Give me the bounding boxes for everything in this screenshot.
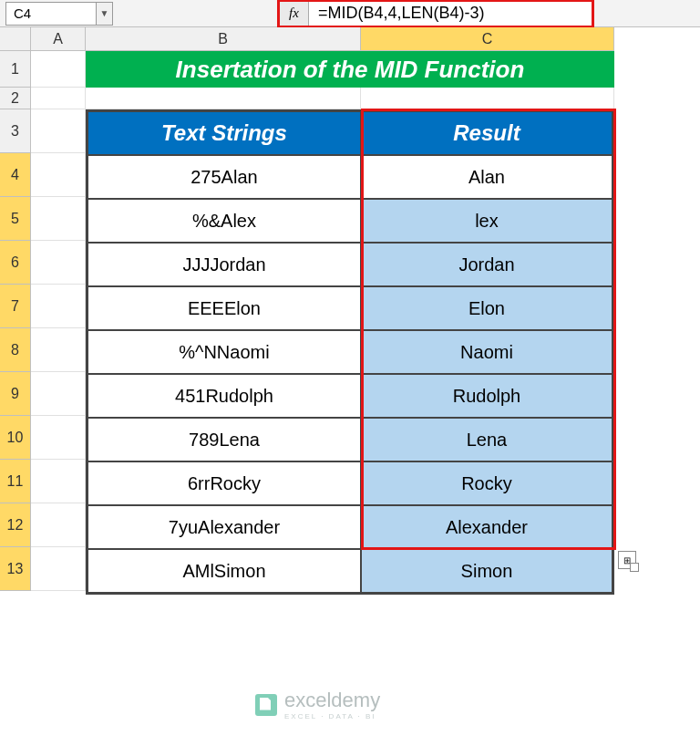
cell-result[interactable]: Simon [361,549,612,593]
formula-input[interactable]: =MID(B4,4,LEN(B4)-3) [309,2,592,26]
formula-area: fx =MID(B4,4,LEN(B4)-3) [277,0,594,27]
cell-text[interactable]: AMlSimon [88,549,361,593]
watermark: exceldemy EXCEL · DATA · BI [255,689,380,720]
column-headers: A B C [31,27,700,51]
cell-text[interactable]: 7yuAlexander [88,505,361,549]
row-header-3[interactable]: 3 [0,109,31,153]
header-result[interactable]: Result [361,111,612,155]
cell-result[interactable]: Elon [361,286,612,330]
cell-result[interactable]: Jordan [361,243,612,286]
cell-result[interactable]: lex [361,199,612,243]
autofill-options-icon[interactable]: ⊞ [618,551,636,569]
cell-text[interactable]: %&Alex [88,199,361,243]
formula-bar: C4 ▼ fx =MID(B4,4,LEN(B4)-3) [0,0,700,27]
spreadsheet: 1 2 3 4 5 6 7 8 9 10 11 12 13 A B C [0,27,700,591]
row-header-2[interactable]: 2 [0,88,31,109]
cell-text[interactable]: 451Rudolph [88,374,361,418]
cell-result[interactable]: Alexander [361,505,612,549]
row-header-8[interactable]: 8 [0,328,31,372]
row-header-10[interactable]: 10 [0,416,31,460]
cell-text[interactable]: 275Alan [88,155,361,199]
title-banner: Insertation of the MID Function [86,51,614,88]
row-header-13[interactable]: 13 [0,547,31,591]
cell-text[interactable]: %^NNaomi [88,330,361,374]
cell-text[interactable]: EEEElon [88,286,361,330]
row-header-4[interactable]: 4 [0,153,31,197]
row-header-6[interactable]: 6 [0,241,31,285]
row-header-7[interactable]: 7 [0,285,31,328]
row-header-9[interactable]: 9 [0,372,31,416]
cell-result[interactable]: Lena [361,418,612,461]
name-box-dropdown[interactable]: ▼ [97,2,113,26]
name-box[interactable]: C4 [5,2,97,26]
cell-text[interactable]: JJJJordan [88,243,361,286]
watermark-text: exceldemy [284,689,380,712]
exceldemy-logo-icon [255,694,277,716]
grid[interactable]: Insertation of the MID Function Text Str… [31,51,700,591]
cell-text[interactable]: 789Lena [88,418,361,461]
cell-result[interactable]: Rocky [361,461,612,505]
col-header-A[interactable]: A [31,27,86,51]
cell-result[interactable]: Alan [361,155,612,199]
fx-icon[interactable]: fx [280,2,309,26]
watermark-subtitle: EXCEL · DATA · BI [284,712,380,720]
row-header-11[interactable]: 11 [0,460,31,503]
header-text-strings[interactable]: Text Strings [88,111,361,155]
row-header-1[interactable]: 1 [0,51,31,88]
data-table: Text Strings Result 275AlanAlan %&Alexle… [86,109,614,595]
col-header-B[interactable]: B [86,27,361,51]
cell-result[interactable]: Naomi [361,330,612,374]
row-headers: 1 2 3 4 5 6 7 8 9 10 11 12 13 [0,27,31,591]
row-header-12[interactable]: 12 [0,503,31,547]
cell-text[interactable]: 6rrRocky [88,461,361,505]
col-header-C[interactable]: C [361,27,614,51]
cell-result[interactable]: Rudolph [361,374,612,418]
select-all-corner[interactable] [0,27,31,51]
row-header-5[interactable]: 5 [0,197,31,241]
